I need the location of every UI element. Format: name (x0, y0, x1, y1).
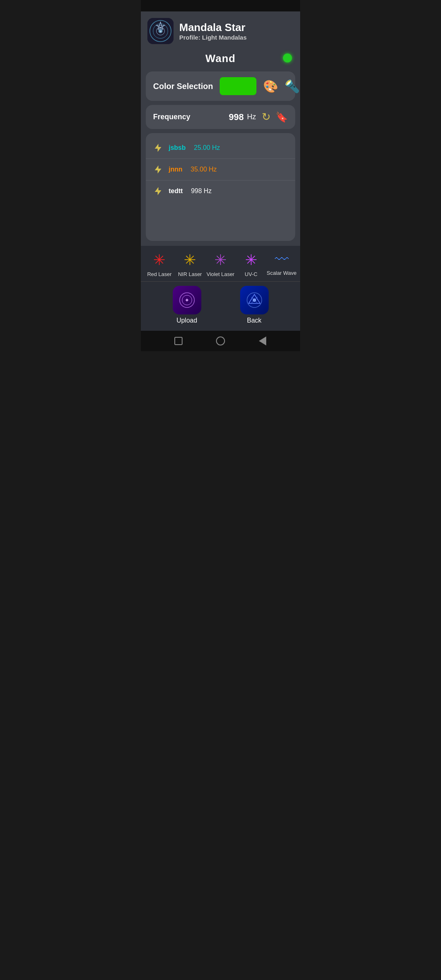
color-selection-label: Color Selection (153, 82, 213, 91)
action-bar: ✦ Upload Back (141, 281, 300, 331)
back-label: Back (247, 317, 262, 324)
triangle-icon (259, 336, 266, 345)
status-dot (283, 53, 292, 62)
app-profile: Profile: Light Mandalas (179, 34, 247, 41)
palette-icon[interactable]: 🎨 (263, 79, 278, 94)
bookmark-icon[interactable]: 🔖 (276, 111, 288, 123)
status-bar (141, 0, 300, 11)
header: ✦ Mandala Star Profile: Light Mandalas (141, 11, 300, 49)
system-back-btn[interactable] (257, 335, 268, 347)
nav-red-laser[interactable]: ✳ Red Laser (144, 252, 175, 277)
system-nav (141, 331, 300, 351)
preset-name-2: tedtt (169, 187, 183, 195)
frequency-label: Frequency (153, 113, 229, 121)
main-content: Color Selection 🎨 🔦 Frequency 998 Hz ↻ 🔖… (141, 67, 300, 246)
preset-name-1: jnnn (169, 166, 183, 173)
wand-title: Wand (205, 52, 236, 65)
frequency-value: 998 (229, 112, 244, 122)
preset-freq-2: 998 Hz (191, 187, 212, 195)
violet-laser-label: Violet Laser (207, 271, 234, 277)
presets-card: jsbsb 25.00 Hz jnnn 35.00 Hz tedtt 998 H… (146, 133, 295, 241)
uvc-icon: ✳ (245, 252, 257, 269)
square-icon (174, 337, 183, 345)
nav-scalar-wave[interactable]: 〰 Scalar Wave (266, 252, 297, 276)
frequency-card: Frequency 998 Hz ↻ 🔖 (146, 105, 295, 129)
upload-button[interactable]: ✦ Upload (173, 286, 201, 324)
circle-icon (216, 336, 225, 345)
nav-violet-laser[interactable]: ✳ Violet Laser (205, 252, 236, 277)
red-laser-label: Red Laser (147, 271, 172, 277)
preset-item-0[interactable]: jsbsb 25.00 Hz (146, 137, 295, 159)
svg-marker-9 (155, 187, 161, 195)
nav-uvc[interactable]: ✳ UV-C (236, 252, 266, 277)
svg-text:✦: ✦ (159, 30, 162, 33)
preset-item-2[interactable]: tedtt 998 Hz (146, 180, 295, 202)
nir-laser-icon: ✳ (184, 252, 196, 269)
bottom-nav: ✳ Red Laser ✳ NIR Laser ✳ Violet Laser ✳… (141, 246, 300, 281)
color-selection-card: Color Selection 🎨 🔦 (146, 71, 295, 101)
header-text: Mandala Star Profile: Light Mandalas (179, 21, 247, 41)
scalar-wave-label: Scalar Wave (267, 270, 296, 276)
back-button[interactable]: Back (240, 286, 269, 324)
svg-marker-7 (155, 144, 161, 152)
back-icon (240, 286, 269, 314)
preset-freq-0: 25.00 Hz (194, 144, 220, 151)
system-home-btn[interactable] (215, 335, 226, 347)
color-swatch[interactable] (220, 77, 256, 95)
preset-freq-1: 35.00 Hz (191, 166, 217, 173)
app-icon: ✦ (147, 18, 174, 44)
app-title: Mandala Star (179, 21, 247, 34)
scalar-wave-icon: 〰 (275, 252, 289, 267)
svg-text:✦: ✦ (185, 297, 189, 303)
uvc-label: UV-C (245, 271, 257, 277)
nir-laser-label: NIR Laser (178, 271, 202, 277)
system-square-btn[interactable] (173, 335, 184, 347)
refresh-icon[interactable]: ↻ (262, 111, 271, 123)
profile-value: Light Mandalas (202, 34, 247, 41)
preset-name-0: jsbsb (169, 144, 186, 151)
upload-icon: ✦ (173, 286, 201, 314)
wand-title-area: Wand (141, 49, 300, 67)
violet-laser-icon: ✳ (214, 252, 227, 269)
upload-label: Upload (176, 317, 197, 324)
frequency-unit: Hz (247, 113, 256, 121)
red-laser-icon: ✳ (153, 252, 165, 269)
svg-marker-8 (155, 165, 161, 174)
nav-nir-laser[interactable]: ✳ NIR Laser (175, 252, 205, 277)
light-icon[interactable]: 🔦 (285, 79, 300, 94)
profile-label: Profile: (179, 34, 200, 41)
preset-item-1[interactable]: jnnn 35.00 Hz (146, 159, 295, 180)
